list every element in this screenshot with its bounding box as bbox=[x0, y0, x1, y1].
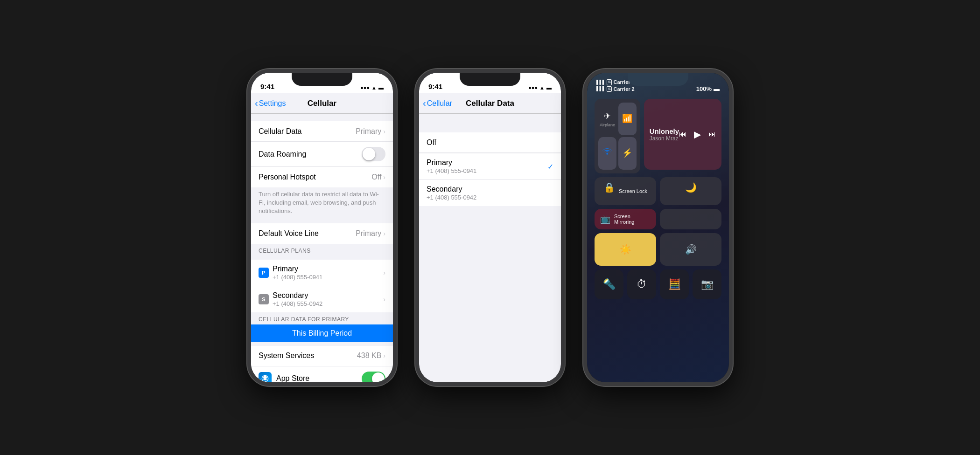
bottom-icon-row: 🔦 ⏱ 🧮 📷 bbox=[595, 269, 721, 299]
personal-hotspot-label: Personal Hotspot bbox=[259, 173, 316, 181]
screen-mirroring-tile[interactable]: 📺 Screen Mirroring bbox=[595, 209, 656, 229]
secondary-option[interactable]: Secondary +1 (408) 555-0942 bbox=[419, 180, 561, 206]
camera-icon: 📷 bbox=[701, 278, 714, 290]
default-voice-value: Primary bbox=[356, 229, 381, 238]
screen-mirroring-icon: 📺 bbox=[600, 214, 610, 224]
notch-2 bbox=[460, 73, 520, 86]
signal-bars-1: ▌▌▌ bbox=[596, 80, 605, 85]
do-not-disturb-tile[interactable]: 🌙 bbox=[660, 177, 721, 205]
brightness-slider[interactable]: ☀️ bbox=[595, 233, 656, 266]
calculator-tile[interactable]: 🧮 bbox=[660, 269, 689, 299]
np-artist: Jason Mraz bbox=[650, 135, 679, 142]
secondary-plan-number: +1 (408) 555-0942 bbox=[273, 300, 322, 307]
default-voice-group: Default Voice Line Primary › bbox=[251, 223, 393, 244]
primary-plan-number: +1 (408) 555-0941 bbox=[273, 274, 322, 281]
volume-icon: 🔊 bbox=[685, 244, 697, 255]
default-voice-right: Primary › bbox=[356, 229, 385, 238]
notch bbox=[292, 73, 352, 86]
status-time-2: 9:41 bbox=[428, 83, 442, 90]
signal-bars-2: ▌▌▌ bbox=[596, 86, 605, 92]
default-voice-item[interactable]: Default Voice Line Primary › bbox=[251, 223, 393, 244]
svg-text:A: A bbox=[264, 377, 266, 381]
play-icon[interactable]: ▶ bbox=[694, 129, 701, 140]
bluetooth-icon: ⚡ bbox=[622, 148, 632, 158]
cellular-data-group: Cellular Data Primary › Data Roaming Per… bbox=[251, 121, 393, 187]
page-title: Cellular bbox=[308, 99, 336, 108]
screen-lock-tile[interactable]: 🔒 Screen Lock bbox=[595, 177, 656, 205]
calculator-icon: 🧮 bbox=[668, 278, 681, 290]
app-store-label: App Store bbox=[276, 374, 309, 382]
camera-tile[interactable]: 📷 bbox=[693, 269, 721, 299]
billing-period-button[interactable]: This Billing Period bbox=[251, 324, 393, 342]
nav-bar: ‹ Settings Cellular bbox=[251, 93, 393, 114]
primary-option[interactable]: Primary +1 (408) 555-0941 ✓ bbox=[419, 153, 561, 180]
status-icons: ●●● ▲ ▬ bbox=[360, 85, 384, 90]
data-roaming-item[interactable]: Data Roaming bbox=[251, 142, 393, 167]
airplane-mode-tile[interactable]: ✈ Airplane bbox=[598, 103, 616, 135]
primary-option-number: +1 (408) 555-0941 bbox=[427, 167, 476, 174]
system-services-label: System Services bbox=[259, 352, 314, 360]
battery-icon-2: ▬ bbox=[546, 85, 552, 90]
fast-forward-icon[interactable]: ⏭ bbox=[708, 130, 716, 138]
brightness-icon: ☀️ bbox=[620, 244, 631, 255]
wifi-tile[interactable] bbox=[598, 137, 616, 170]
iphone-control-center: ▌▌▌ S Carrier LTE ▌▌▌ S Carrier 2 100% ▬ bbox=[583, 69, 733, 386]
back-label-2[interactable]: Cellular bbox=[427, 99, 452, 108]
top-spacer bbox=[419, 114, 561, 129]
sim-indicator-1: S bbox=[607, 79, 612, 85]
cc-right-icons: 100% ▬ bbox=[696, 85, 720, 92]
primary-plan-item[interactable]: P Primary +1 (408) 555-0941 › bbox=[251, 260, 393, 286]
battery-percent: 100% bbox=[696, 85, 712, 92]
iphone-cellular-data: 9:41 ●●● ▲ ▬ ‹ Cellular Cellular Data Of… bbox=[415, 69, 565, 386]
cellular-data-item[interactable]: Cellular Data Primary › bbox=[251, 121, 393, 142]
wifi-icon: ▲ bbox=[371, 85, 377, 90]
cellular-plans-group: P Primary +1 (408) 555-0941 › S Secondar… bbox=[251, 260, 393, 312]
nav-bar-2: ‹ Cellular Cellular Data bbox=[419, 93, 561, 114]
app-store-toggle-thumb bbox=[372, 372, 385, 382]
rewind-icon[interactable]: ⏮ bbox=[679, 130, 686, 138]
settings-content: Cellular Data Primary › Data Roaming Per… bbox=[251, 114, 393, 382]
cellular-tile[interactable]: 📶 bbox=[618, 103, 637, 135]
app-store-item[interactable]: A App Store bbox=[251, 366, 393, 382]
off-option[interactable]: Off bbox=[419, 132, 561, 153]
status-time: 9:41 bbox=[260, 83, 274, 90]
system-services-group: System Services 438 KB › A bbox=[251, 346, 393, 382]
personal-hotspot-item[interactable]: Personal Hotspot Off › bbox=[251, 167, 393, 187]
timer-tile[interactable]: ⏱ bbox=[627, 269, 656, 299]
cellular-data-right: Primary › bbox=[356, 127, 385, 136]
cellular-data-options: Off Primary +1 (408) 555-0941 ✓ Secondar… bbox=[419, 132, 561, 206]
timer-icon: ⏱ bbox=[637, 278, 647, 290]
connectivity-quad: ✈ Airplane 📶 bbox=[595, 99, 640, 173]
cellular-icon: 📶 bbox=[622, 113, 632, 124]
secondary-plan-item[interactable]: S Secondary +1 (408) 555-0942 › bbox=[251, 286, 393, 312]
chevron-right-secondary: › bbox=[383, 296, 385, 303]
status-icons-2: ●●● ▲ ▬ bbox=[528, 85, 552, 90]
np-title: Unlonely bbox=[650, 127, 679, 135]
bluetooth-tile[interactable]: ⚡ bbox=[618, 137, 637, 170]
personal-hotspot-right: Off › bbox=[371, 173, 385, 181]
back-button[interactable]: ‹ Settings bbox=[255, 98, 286, 109]
back-label[interactable]: Settings bbox=[259, 99, 286, 108]
primary-badge: P bbox=[259, 268, 269, 278]
chevron-right-primary: › bbox=[383, 269, 385, 276]
np-controls: ⏮ ▶ ⏭ bbox=[679, 129, 716, 140]
battery-icon: ▬ bbox=[378, 85, 384, 90]
data-roaming-toggle[interactable] bbox=[362, 147, 385, 161]
flashlight-tile[interactable]: 🔦 bbox=[595, 269, 623, 299]
system-services-right: 438 KB › bbox=[357, 352, 385, 360]
wifi-icon-2: ▲ bbox=[539, 85, 545, 90]
airplane-icon: ✈ bbox=[604, 111, 611, 121]
back-button-2[interactable]: ‹ Cellular bbox=[423, 98, 452, 109]
chevron-right-icon: › bbox=[383, 128, 385, 135]
cellular-plans-header: CELLULAR PLANS bbox=[251, 244, 393, 256]
notch-3 bbox=[628, 73, 688, 86]
chevron-right-icon-voice: › bbox=[383, 230, 385, 237]
primary-checkmark: ✓ bbox=[547, 162, 553, 171]
system-services-item[interactable]: System Services 438 KB › bbox=[251, 346, 393, 366]
screen-lock-label: Screen Lock bbox=[619, 188, 647, 194]
volume-slider[interactable]: 🔊 bbox=[660, 233, 721, 266]
moon-icon: 🌙 bbox=[685, 182, 697, 193]
app-store-toggle[interactable] bbox=[362, 372, 385, 382]
sim-indicator-2: S bbox=[607, 86, 612, 92]
primary-plan-left: P Primary +1 (408) 555-0941 bbox=[259, 265, 322, 281]
